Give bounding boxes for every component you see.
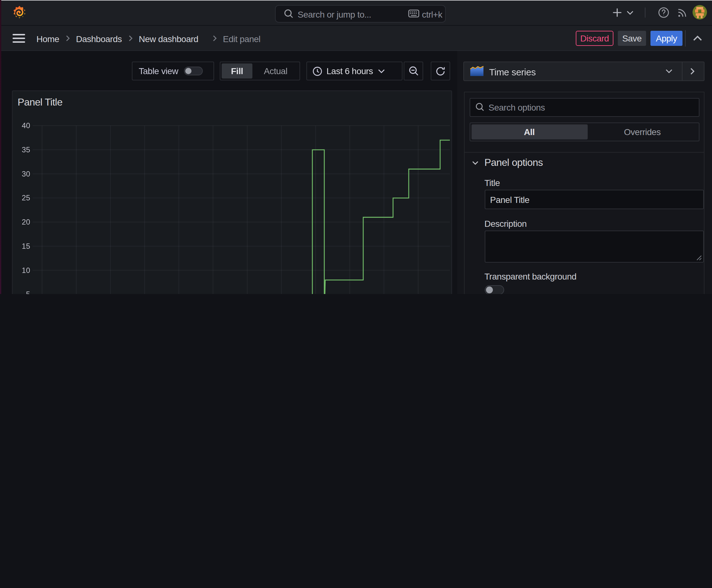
svg-text:25: 25 (22, 193, 30, 202)
svg-text:40: 40 (22, 121, 30, 130)
svg-text:10: 10 (22, 266, 30, 275)
svg-text:15: 15 (22, 242, 30, 250)
svg-text:5: 5 (26, 290, 30, 294)
svg-text:35: 35 (22, 145, 30, 154)
svg-text:30: 30 (22, 170, 30, 178)
svg-text:20: 20 (22, 218, 30, 226)
